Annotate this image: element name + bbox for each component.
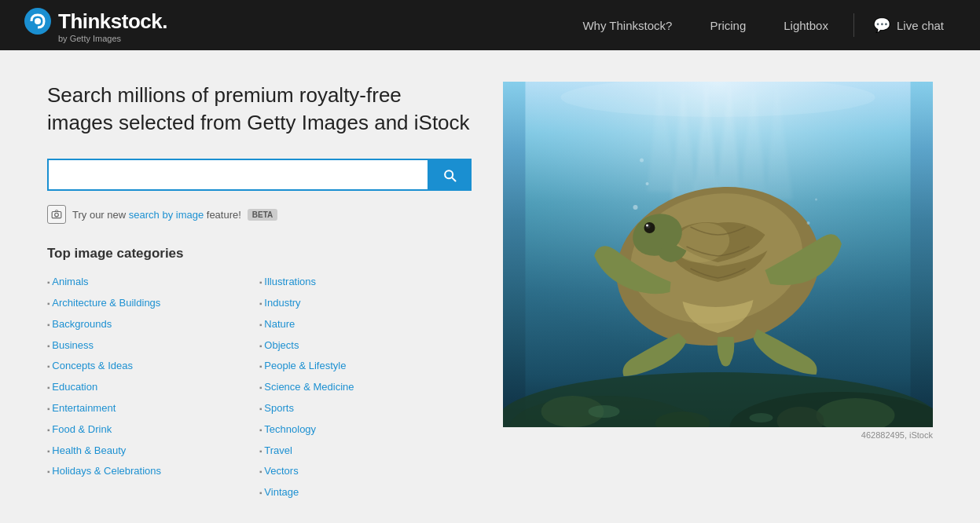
category-link[interactable]: Industry [259,295,472,312]
search-button[interactable] [428,159,472,191]
category-link[interactable]: Concepts & Ideas [47,358,259,375]
category-link[interactable]: Nature [259,316,472,333]
hero-image-svg [503,82,933,427]
chat-icon: 💬 [873,16,890,34]
category-link[interactable]: Animals [47,274,259,291]
category-link[interactable]: Objects [259,338,472,354]
svg-point-3 [55,213,59,217]
categories-title: Top image categories [47,246,472,262]
nav-divider [853,13,854,37]
categories-grid: AnimalsArchitecture & BuildingsBackgroun… [47,274,472,501]
categories-right-col: IllustrationsIndustryNatureObjectsPeople… [259,274,472,501]
category-link[interactable]: Vintage [259,485,472,501]
hero-image [503,82,933,427]
nav-lightbox[interactable]: Lightbox [765,19,847,32]
search-input[interactable] [47,159,428,191]
search-icon [442,167,457,183]
logo-sub: by Getty Images [58,34,121,43]
camera-svg [51,209,62,220]
beta-badge: Beta [248,209,277,221]
svg-point-31 [815,199,817,201]
search-bar [47,159,472,191]
thinkstock-logo-icon [24,7,52,35]
logo-text: Thinkstock. [58,9,167,34]
category-link[interactable]: Technology [259,422,472,438]
category-link[interactable]: Food & Drink [47,422,259,438]
svg-point-26 [646,225,648,227]
category-link[interactable]: Business [47,338,259,354]
category-link[interactable]: Science & Medicine [259,379,472,396]
logo-main: Thinkstock. [24,7,167,35]
svg-point-29 [640,159,644,163]
main-content: Search millions of premium royalty-free … [0,50,980,523]
live-chat-label: Live chat [897,19,944,32]
category-link[interactable]: Education [47,379,259,396]
nav-why-thinkstock[interactable]: Why Thinkstock? [563,19,691,32]
category-link[interactable]: Vectors [259,463,472,480]
category-link[interactable]: Health & Beauty [47,443,259,459]
live-chat-button[interactable]: 💬 Live chat [861,16,956,34]
category-link[interactable]: Backgrounds [47,316,259,333]
category-link[interactable]: Entertainment [47,400,259,417]
nav-area: Why Thinkstock? Pricing Lightbox 💬 Live … [563,13,956,37]
categories-left-col: AnimalsArchitecture & BuildingsBackgroun… [47,274,259,501]
category-link[interactable]: People & Lifestyle [259,358,472,375]
search-by-image-link[interactable]: search by image [129,209,204,221]
search-by-image-text: Try our new search by image feature! [72,209,241,221]
category-link[interactable]: Travel [259,443,472,459]
category-link[interactable]: Sports [259,400,472,417]
header: Thinkstock. by Getty Images Why Thinksto… [0,0,980,50]
logo-area: Thinkstock. by Getty Images [24,7,167,43]
nav-pricing[interactable]: Pricing [691,19,765,32]
search-headline: Search millions of premium royalty-free … [47,82,472,137]
category-link[interactable]: Holidays & Celebrations [47,463,259,480]
svg-point-32 [589,405,620,418]
svg-point-1 [35,18,41,24]
category-link[interactable]: Illustrations [259,274,472,291]
image-credit: 462882495, iStock [503,430,933,440]
svg-point-28 [646,182,649,185]
svg-point-27 [633,205,638,210]
svg-point-33 [750,413,773,422]
left-panel: Search millions of premium royalty-free … [47,82,472,501]
camera-icon [47,205,66,224]
right-panel: 462882495, iStock [503,82,933,501]
category-link[interactable]: Architecture & Buildings [47,295,259,312]
svg-point-30 [807,221,810,225]
search-by-image-row: Try our new search by image feature! Bet… [47,205,472,224]
